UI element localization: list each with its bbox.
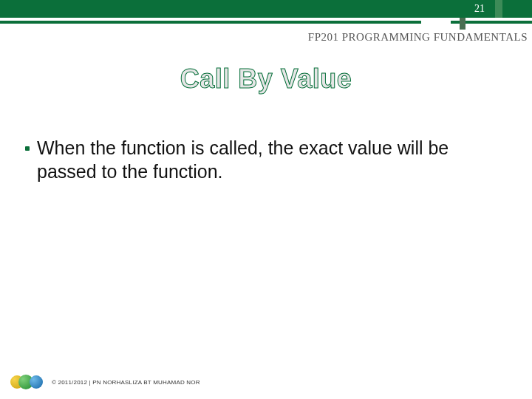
- page-number: 21: [468, 0, 491, 18]
- copyright-text: © 2011/2012 | PN NORHASLIZA BT MUHAMAD N…: [52, 379, 200, 386]
- bullet-item: When the function is called, the exact v…: [25, 136, 502, 183]
- logo-icon: [10, 372, 44, 392]
- bullet-text: When the function is called, the exact v…: [37, 136, 502, 183]
- header-rule-gap: [421, 21, 451, 24]
- header-bar: [0, 0, 532, 18]
- footer: © 2011/2012 | PN NORHASLIZA BT MUHAMAD N…: [10, 372, 522, 392]
- header-rule-stub: [460, 18, 466, 30]
- bullet-marker: [25, 146, 30, 151]
- header-accent: [495, 0, 502, 18]
- header-rule: [0, 21, 532, 24]
- slide-title: Call By Value: [0, 64, 532, 95]
- slide: 21 FP201 PROGRAMMING FUNDAMENTALS Call B…: [0, 0, 532, 399]
- course-title: FP201 PROGRAMMING FUNDAMENTALS: [308, 31, 528, 44]
- content-area: When the function is called, the exact v…: [25, 136, 502, 183]
